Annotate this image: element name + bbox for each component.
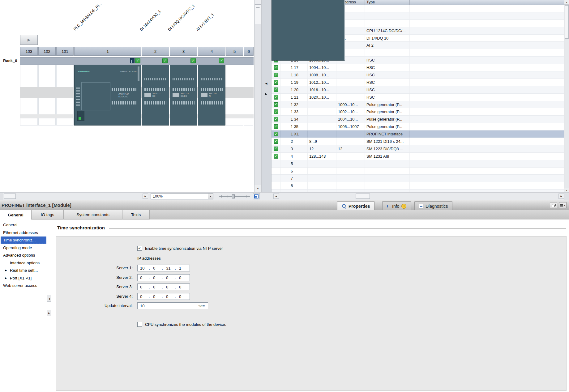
table-row[interactable]: Pulse_11 321000...10...Pulse generator (… bbox=[272, 101, 564, 109]
ip-octet[interactable]: 10 bbox=[138, 266, 148, 271]
module-sm[interactable]: SM 1221DC bbox=[142, 65, 169, 126]
h-scroll-thumb[interactable] bbox=[4, 194, 16, 199]
table-h-scroll-thumb[interactable] bbox=[356, 194, 370, 199]
slot-cell: 1 21 bbox=[289, 94, 308, 101]
table-row[interactable]: 7 bbox=[272, 175, 564, 182]
ip-octet[interactable]: 0 bbox=[151, 285, 161, 289]
table-row[interactable]: Pulse_31 341004...10...Pulse generator (… bbox=[272, 116, 564, 123]
zoom-select[interactable]: 100% bbox=[151, 193, 213, 199]
cpu-sync-checkbox[interactable] bbox=[137, 322, 142, 327]
slot-header-cell[interactable]: 5 bbox=[226, 47, 243, 56]
table-row[interactable]: 8 bbox=[272, 182, 564, 190]
nav-item[interactable]: Port [X1 P1] bbox=[1, 275, 46, 282]
chevron-right-icon[interactable] bbox=[5, 267, 7, 275]
scroll-down-button[interactable] bbox=[255, 185, 261, 192]
table-row[interactable]: HSC_31 181008...10...HSC bbox=[272, 71, 564, 79]
fit-to-view-button[interactable] bbox=[253, 193, 260, 199]
table-row[interactable]: 6 bbox=[272, 168, 564, 175]
nav-item[interactable]: Time synchroniz... bbox=[1, 236, 46, 244]
scroll-down-button[interactable] bbox=[564, 188, 569, 192]
ip-octet[interactable]: 0 bbox=[164, 275, 174, 280]
overview-vertical-scrollbar[interactable] bbox=[564, 0, 569, 192]
device-view-vertical-scrollbar[interactable] bbox=[254, 0, 262, 192]
tab-texts[interactable]: Texts bbox=[122, 210, 150, 219]
i-address-cell: 1004...10... bbox=[308, 64, 336, 71]
table-row[interactable]: Pulse_41 351006...1007Pulse generator (P… bbox=[272, 123, 564, 130]
nav-item[interactable]: Web server access bbox=[1, 282, 46, 290]
tab-properties[interactable]: Properties bbox=[337, 201, 374, 211]
scroll-thumb[interactable] bbox=[565, 5, 569, 39]
module-sm[interactable]: SM 1231AI bbox=[198, 65, 225, 126]
ip-octet[interactable]: 0 bbox=[151, 294, 161, 299]
nav-item[interactable]: Real time sett... bbox=[1, 267, 46, 275]
slot-nav-button[interactable] bbox=[20, 35, 38, 45]
nav-item[interactable]: Operating mode bbox=[1, 244, 46, 252]
table-h-scroll-left-button[interactable] bbox=[273, 194, 279, 199]
table-row[interactable]: HSC_41 191012...10...HSC bbox=[272, 79, 564, 86]
nav-splitter-collapse-button[interactable] bbox=[47, 296, 51, 302]
update-interval-field[interactable]: 10 sec bbox=[137, 302, 208, 309]
table-h-scroll-right-button[interactable] bbox=[558, 194, 564, 199]
tab-diagnostics[interactable]: Diagnostics bbox=[414, 201, 452, 211]
ip-octet[interactable]: 0 bbox=[177, 285, 187, 289]
module-sm[interactable]: SM 1223DC/DC bbox=[170, 65, 197, 126]
ip-octet[interactable]: 0 bbox=[164, 285, 174, 289]
nav-item[interactable]: General bbox=[1, 221, 46, 229]
table-row[interactable]: HSC_21 171004...10...HSC bbox=[272, 64, 564, 71]
ip-octet[interactable]: 31 bbox=[164, 266, 174, 271]
ip-octet[interactable]: 1 bbox=[177, 266, 187, 271]
server-ip-field[interactable]: 0000 bbox=[137, 274, 190, 281]
tab-io-tags[interactable]: IO tags bbox=[32, 210, 64, 219]
server-ip-field[interactable]: 0000 bbox=[137, 283, 190, 290]
server-ip-field[interactable]: 100311 bbox=[137, 265, 190, 271]
server-ip-field[interactable]: 0000 bbox=[137, 293, 190, 300]
expand-right-button[interactable] bbox=[264, 92, 269, 96]
table-row[interactable]: AI 8x13BIT_14128...143SM 1231 AI8 bbox=[272, 153, 564, 160]
slot-header-cell[interactable]: 2 bbox=[142, 47, 169, 56]
splitter-grip-icon[interactable] bbox=[256, 7, 260, 10]
slot-header-cell[interactable]: 6 bbox=[244, 47, 254, 56]
slot-header-cell[interactable]: 102 bbox=[38, 47, 56, 56]
tab-general[interactable]: General bbox=[0, 210, 32, 219]
ip-octet[interactable]: 0 bbox=[177, 275, 187, 280]
ip-octet[interactable]: 0 bbox=[164, 294, 174, 299]
nav-item[interactable]: Interface options bbox=[1, 259, 46, 267]
ip-octet[interactable]: 0 bbox=[177, 294, 187, 299]
scroll-up-button[interactable] bbox=[564, 0, 569, 5]
slot-header-cell[interactable]: 103 bbox=[20, 47, 38, 56]
slider-knob[interactable] bbox=[232, 194, 235, 198]
type-column-header[interactable]: Type bbox=[365, 0, 410, 5]
module-cpu[interactable]: SIEMENS SIMATIC S7-1200 CPU 1214C DC/DC/… bbox=[74, 65, 141, 126]
scroll-up-button[interactable] bbox=[255, 0, 261, 4]
chevron-right-icon[interactable] bbox=[5, 275, 7, 282]
collapse-left-button[interactable] bbox=[264, 81, 269, 86]
nav-splitter-expand-button[interactable] bbox=[47, 310, 51, 316]
pane-menu-button[interactable] bbox=[559, 202, 567, 208]
h-scroll-right-button[interactable] bbox=[143, 194, 148, 199]
slot-header-cell[interactable]: 3 bbox=[170, 47, 197, 56]
zoom-slider[interactable] bbox=[219, 193, 250, 199]
nav-item[interactable]: Advanced options bbox=[1, 252, 46, 259]
table-row[interactable]: 9 bbox=[272, 190, 564, 192]
table-row[interactable]: HSC_51 201016...10...HSC bbox=[272, 86, 564, 94]
table-row[interactable]: 5 bbox=[272, 160, 564, 168]
ip-octet[interactable]: 0 bbox=[151, 275, 161, 280]
tab-info[interactable]: Info i bbox=[382, 201, 411, 211]
table-row[interactable]: DI 16x24VDC_128...9SM 1221 DI16 x 24... bbox=[272, 138, 564, 145]
slot-header-cell[interactable]: 4 bbox=[198, 47, 225, 56]
chevron-down-icon[interactable] bbox=[208, 194, 213, 199]
slot-header-cell[interactable]: 101 bbox=[56, 47, 74, 56]
slot-header-cell[interactable]: 1 bbox=[74, 47, 141, 56]
ip-octet[interactable]: 0 bbox=[138, 294, 148, 299]
restore-pane-button[interactable] bbox=[550, 202, 557, 208]
table-row[interactable]: Pulse_21 331002...10...Pulse generator (… bbox=[272, 108, 564, 116]
table-row[interactable]: DI 8/DQ 8x24VDC_131212SM 1223 DI8/DQ8 ..… bbox=[272, 145, 564, 153]
ip-octet[interactable]: 0 bbox=[138, 275, 148, 280]
table-row[interactable]: HSC_61 211020...10...HSC bbox=[272, 94, 564, 101]
ip-octet[interactable]: 0 bbox=[151, 266, 161, 271]
table-row[interactable]: PROFINET interface_11 X1PROFINET interfa… bbox=[272, 130, 564, 138]
nav-item[interactable]: Ethernet addresses bbox=[1, 229, 46, 237]
ip-octet[interactable]: 0 bbox=[138, 285, 148, 289]
tab-system-constants[interactable]: System constants bbox=[64, 210, 122, 219]
ntp-checkbox[interactable] bbox=[137, 246, 142, 251]
